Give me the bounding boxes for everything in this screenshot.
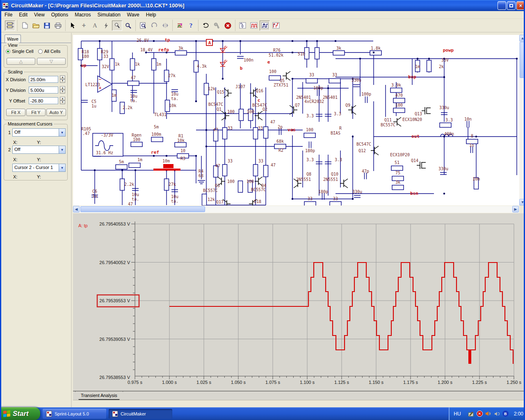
menu-item-help[interactable]: Help [143,11,160,18]
resistor[interactable] [223,128,227,139]
capacitor[interactable] [279,128,281,135]
waveform-pane[interactable]: 26.79540553 V26.79540052 V26.79539553 V2… [73,213,525,391]
vertical-scroll-thumb[interactable] [520,42,525,78]
step-wave-icon[interactable] [271,21,281,31]
scroll-left-icon[interactable]: ◀ [73,206,80,212]
auto-y-button[interactable]: Auto Y [46,109,66,116]
resistor[interactable] [329,79,340,83]
selected-resistor[interactable] [163,164,173,168]
start-button[interactable]: Start [0,407,40,420]
stop-icon[interactable] [223,21,233,31]
resistor[interactable] [392,185,404,190]
resistor[interactable] [175,51,187,55]
menu-item-simulation[interactable]: Simulation [94,11,124,18]
scroll-right-icon[interactable]: ▶ [512,206,519,212]
scroll-down-icon[interactable]: ▼ [519,199,525,205]
wrench-icon[interactable] [212,21,222,31]
menu-item-wave[interactable]: Wave [124,11,143,18]
resistor[interactable] [129,163,140,168]
task-button-circuitmaker[interactable]: CircuitMaker [109,409,172,419]
zoom-wand-icon[interactable] [112,21,122,31]
fit-x-button[interactable]: Fit X [6,109,25,116]
cursor-diff-select[interactable]: Cursor 2 - Cursor 1▼ [12,164,66,172]
menu-item-file[interactable]: File [1,11,16,18]
minimize-button[interactable]: _ [498,1,506,10]
menu-item-macros[interactable]: Macros [71,11,94,18]
resistor[interactable] [306,79,317,83]
capacitor[interactable] [467,121,469,128]
resistor[interactable] [393,98,405,103]
resistor[interactable] [391,166,403,171]
volume-icon[interactable] [485,411,491,417]
schematic-capture-icon[interactable] [5,21,15,31]
y-offset-spinner[interactable]: ▲▼ [60,97,65,104]
probe-lightning-icon[interactable] [101,21,111,31]
help-icon[interactable]: ? [186,21,196,31]
resistor[interactable] [131,142,142,147]
resistor[interactable] [330,202,341,206]
menu-item-edit[interactable]: Edit [16,11,31,18]
y-division-input[interactable]: 5.000u [29,87,58,94]
resistor[interactable] [120,179,125,190]
resistor[interactable] [238,181,243,192]
led-diode[interactable] [220,46,227,52]
capacitor[interactable] [171,90,178,92]
resistor[interactable] [370,51,381,55]
zoom-page-icon[interactable] [138,21,148,31]
resistor[interactable] [440,123,451,128]
led-diode[interactable] [220,60,227,66]
security-alert-icon[interactable]: ✕ [477,411,483,417]
arrow-tool-icon[interactable] [68,21,78,31]
capacitor[interactable] [353,85,360,87]
tab-wave[interactable]: Wave [5,34,21,43]
close-button[interactable]: × [516,1,525,10]
pen-tablet-icon[interactable] [468,411,474,417]
language-indicator[interactable]: HU [454,411,461,417]
transistor[interactable] [224,89,232,98]
resistor[interactable] [269,76,281,80]
capacitor[interactable] [81,100,88,103]
resistor[interactable] [151,137,163,142]
transistor[interactable] [340,179,348,188]
resistor[interactable] [202,194,207,205]
menu-item-view[interactable]: View [31,11,48,18]
radio-all-cells[interactable]: All Cells [38,49,61,54]
capacitor[interactable] [365,173,367,179]
capacitor[interactable] [440,173,447,175]
resistor[interactable] [239,109,244,121]
resistor[interactable] [175,143,186,147]
resistor[interactable] [305,48,309,59]
transistor[interactable] [371,146,379,155]
resistor[interactable] [223,164,227,176]
reset-icon[interactable] [201,21,211,31]
capacitor[interactable] [309,142,311,148]
transistor[interactable] [223,199,231,205]
maximize-button[interactable] [507,1,516,10]
text-tool-icon[interactable]: A [90,21,100,31]
resistor[interactable] [130,59,135,70]
scroll-up-icon[interactable]: ▲ [519,35,525,41]
schematic-vertical-scrollbar[interactable]: ▲ ▼ [519,35,525,205]
capacitor[interactable] [237,57,244,59]
mosfet[interactable] [422,107,431,114]
analog-wave-icon[interactable] [260,21,270,31]
cursor1-select[interactable]: Off▼ [12,128,66,137]
print-icon[interactable] [53,21,63,31]
bluetooth-icon[interactable]: B [502,411,509,417]
y-division-spinner[interactable]: ▲▼ [60,86,65,94]
resistor[interactable] [264,165,268,177]
new-file-icon[interactable] [20,21,30,31]
resistor[interactable] [390,88,402,93]
resistor[interactable] [116,165,127,169]
plus-tool-icon[interactable]: + [79,21,89,31]
schematic-horizontal-scrollbar[interactable]: ◀ ▶ [73,206,519,213]
zoom-icon[interactable] [123,21,133,31]
open-file-icon[interactable] [31,21,41,31]
chevron-down-icon[interactable]: ▼ [59,146,66,154]
resistor[interactable] [304,202,316,206]
resistor[interactable] [253,164,258,176]
cell-down-button[interactable]: ▽ [37,58,66,65]
resistor[interactable] [393,108,405,113]
transistor[interactable] [255,111,262,120]
resistor[interactable] [164,179,169,190]
